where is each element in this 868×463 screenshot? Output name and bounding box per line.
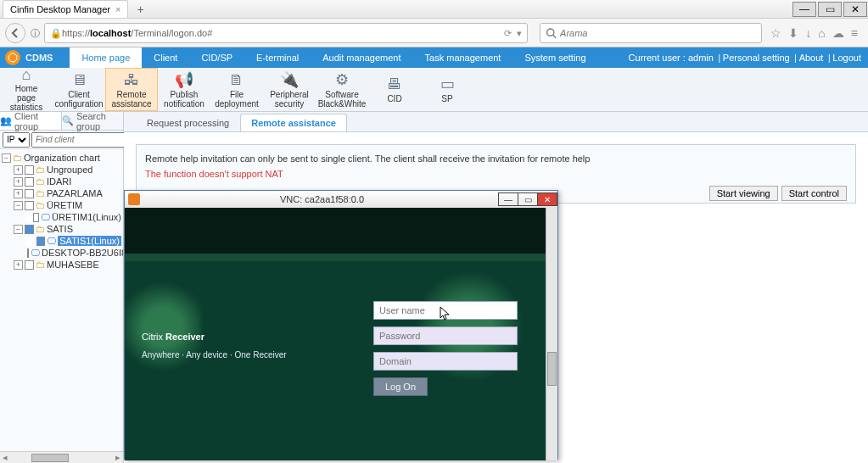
client-icon: 🖵 (47, 236, 56, 246)
group-icon: 👥 (0, 115, 12, 126)
personal-setting-link[interactable]: Personal setting (723, 53, 790, 63)
login-form: Log On (373, 301, 518, 396)
tree-scrollbar[interactable]: ◂▸ (0, 451, 123, 463)
nav-home[interactable]: Home page (70, 47, 142, 68)
username-input[interactable] (373, 301, 518, 320)
client-icon: 🖵 (41, 212, 50, 222)
address-bar[interactable]: 🔒 https://localhost/Terminal/logon.do# ⟳… (44, 23, 528, 43)
nav-task[interactable]: Task management (413, 47, 513, 68)
browser-chrome: Cinfin Desktop Manager × + — ▭ ✕ ⓘ 🔒 htt… (0, 0, 868, 47)
ribbon-publish-notif[interactable]: 📢Publishnotification (158, 68, 210, 111)
ribbon-file-deploy[interactable]: 🗎Filedeployment (210, 68, 263, 111)
domain-input[interactable] (373, 352, 518, 371)
search-input[interactable] (560, 28, 756, 38)
download-icon[interactable]: ↓ (805, 26, 811, 40)
folder-icon: 🗀 (13, 153, 22, 163)
gear-icon: ⚙ (332, 71, 352, 90)
client-tree[interactable]: −🗀Organization chart +🗀Ungrouped +🗀IDARI… (0, 149, 123, 451)
usb-icon: 🔌 (279, 71, 300, 90)
user-area: Current user : admin | Personal setting … (629, 53, 868, 63)
ribbon-remote-assist[interactable]: 🖧Remoteassistance (105, 68, 158, 111)
nav-client[interactable]: Client (142, 47, 189, 68)
nav-system[interactable]: System setting (512, 47, 597, 68)
pocket-icon[interactable]: ⬇ (788, 26, 798, 40)
vnc-minimize-button[interactable]: — (498, 192, 518, 206)
folder-icon: 🗀 (36, 224, 45, 234)
ribbon-software-bw[interactable]: ⚙SoftwareBlack&White (316, 68, 368, 111)
current-user-link[interactable]: admin (688, 53, 714, 63)
start-viewing-button[interactable]: Start viewing (709, 186, 778, 201)
chat-icon[interactable]: ☁ (832, 26, 844, 40)
window-maximize-button[interactable]: ▭ (818, 2, 842, 17)
printer-icon: 🖶 (384, 75, 405, 94)
ribbon-cid[interactable]: 🖶CID (368, 68, 421, 111)
vnc-window[interactable]: VNC: ca2aa1f58:0.0 — ▭ ✕ Citrix Receiver… (124, 190, 558, 460)
client-icon: 🖵 (31, 248, 40, 258)
top-nav: CDMS Home page Client CID/SP E-terminal … (0, 47, 868, 68)
folder-icon: 🗀 (36, 188, 45, 198)
tab-title: Cinfin Desktop Manager (10, 4, 110, 14)
folder-icon: 🗀 (36, 200, 45, 210)
subtab-request[interactable]: Request processing (136, 114, 240, 131)
logon-button[interactable]: Log On (373, 377, 428, 396)
remote-icon: 🖧 (121, 71, 142, 90)
ip-select[interactable]: IP (3, 132, 30, 148)
vnc-close-button[interactable]: ✕ (537, 192, 557, 206)
brand-logo (5, 50, 20, 65)
back-button[interactable] (5, 23, 25, 43)
nav-audit[interactable]: Audit management (311, 47, 412, 68)
search-icon: 🔍 (62, 115, 74, 126)
file-icon: 🗎 (227, 71, 247, 90)
bookmark-icon[interactable]: ☆ (770, 26, 781, 40)
ribbon: ⌂Home pagestatistics 🖥Clientconfiguratio… (0, 68, 868, 112)
ribbon-home-stats[interactable]: ⌂Home pagestatistics (0, 68, 53, 111)
megaphone-icon: 📢 (174, 71, 194, 90)
ribbon-client-config[interactable]: 🖥Clientconfiguration (53, 68, 105, 111)
vnc-titlebar[interactable]: VNC: ca2aa1f58:0.0 — ▭ ✕ (125, 191, 557, 208)
about-link[interactable]: About (799, 53, 824, 63)
password-input[interactable] (373, 326, 518, 345)
lock-icon: 🔒 (50, 28, 62, 39)
search-icon (546, 27, 557, 39)
window-minimize-button[interactable]: — (792, 2, 816, 17)
search-bar[interactable] (540, 23, 762, 43)
ribbon-peripheral[interactable]: 🔌Peripheralsecurity (263, 68, 316, 111)
svg-point-2 (8, 53, 17, 62)
vnc-scrollbar[interactable] (546, 208, 557, 460)
vnc-maximize-button[interactable]: ▭ (518, 192, 538, 206)
close-icon[interactable]: × (115, 4, 120, 14)
url-text: https://localhost/Terminal/logon.do# (62, 28, 212, 38)
browser-tab-row: Cinfin Desktop Manager × + — ▭ ✕ (0, 0, 868, 19)
folder-icon: 🗀 (36, 165, 45, 175)
brand-name: CDMS (25, 53, 53, 63)
vnc-title-text: VNC: ca2aa1f58:0.0 (145, 194, 499, 204)
panel-warning: The function doesn't support NAT (145, 169, 847, 179)
main-area: Request processing Remote assistance Rem… (124, 112, 868, 463)
panel-message: Remote help invitation can only be sent … (145, 153, 847, 164)
tab-client-group[interactable]: 👥Client group (0, 112, 62, 130)
ribbon-sp[interactable]: ▭SP (421, 68, 473, 111)
app-icon: ⓘ (29, 27, 41, 40)
menu-icon[interactable]: ≡ (851, 26, 858, 40)
left-pane: 👥Client group 🔍Search group IP 🔍 −🗀Organ… (0, 112, 124, 463)
folder-icon: 🗀 (36, 176, 45, 187)
reload-icon[interactable]: ⟳ (504, 28, 512, 39)
browser-tab[interactable]: Cinfin Desktop Manager × (3, 0, 128, 18)
card-icon: ▭ (437, 75, 457, 94)
tab-search-group[interactable]: 🔍Search group (62, 112, 123, 130)
chevron-down-icon[interactable]: ▾ (517, 28, 522, 39)
start-control-button[interactable]: Start control (781, 186, 847, 201)
home-icon: ⌂ (16, 67, 36, 84)
monitor-icon: 🖥 (69, 71, 89, 90)
address-row: ⓘ 🔒 https://localhost/Terminal/logon.do#… (0, 19, 868, 47)
home-icon[interactable]: ⌂ (818, 26, 825, 40)
subtab-remote-assist[interactable]: Remote assistance (240, 114, 347, 131)
new-tab-button[interactable]: + (132, 3, 148, 16)
nav-cidsp[interactable]: CID/SP (189, 47, 244, 68)
svg-point-0 (547, 29, 554, 36)
svg-line-1 (553, 35, 556, 37)
nav-eterminal[interactable]: E-terminal (244, 47, 311, 68)
logout-link[interactable]: Logout (832, 53, 861, 63)
window-close-button[interactable]: ✕ (843, 2, 867, 17)
tree-node-selected[interactable]: 🖵SATIS1(Linux) (2, 235, 121, 247)
